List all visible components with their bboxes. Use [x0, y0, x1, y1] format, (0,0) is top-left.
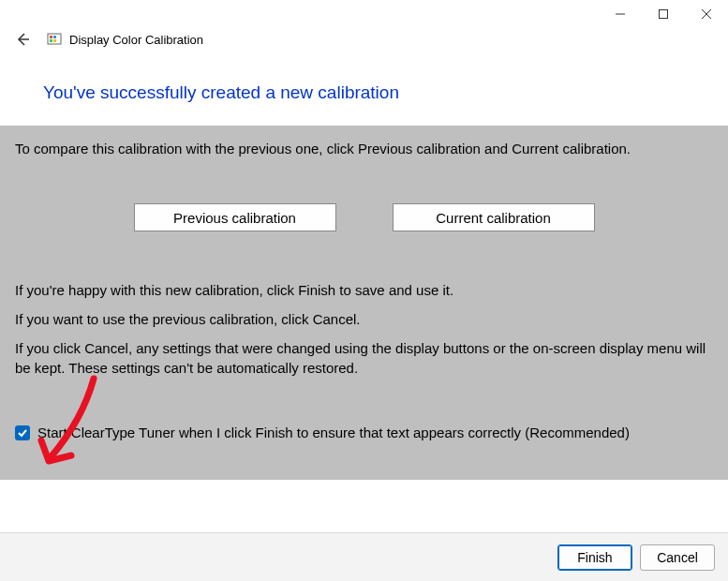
maximize-button[interactable]	[642, 0, 685, 28]
back-button[interactable]	[7, 24, 37, 54]
svg-rect-8	[50, 39, 52, 42]
cleartype-checkbox-label: Start ClearType Tuner when I click Finis…	[37, 423, 630, 442]
close-button[interactable]	[685, 0, 728, 28]
svg-rect-7	[53, 36, 56, 38]
finish-instruction: If you're happy with this new calibratio…	[15, 280, 713, 300]
finish-button[interactable]: Finish	[557, 544, 632, 571]
calibration-button-row: Previous calibration Current calibration	[15, 203, 713, 231]
compare-instruction: To compare this calibration with the pre…	[15, 139, 713, 158]
main-panel: To compare this calibration with the pre…	[0, 126, 728, 480]
svg-rect-5	[48, 34, 61, 44]
cleartype-checkbox[interactable]	[15, 425, 30, 440]
cleartype-checkbox-row: Start ClearType Tuner when I click Finis…	[15, 423, 713, 442]
svg-rect-9	[53, 39, 56, 42]
previous-calibration-button[interactable]: Previous calibration	[134, 203, 336, 231]
cancel-note: If you click Cancel, any settings that w…	[15, 338, 713, 378]
cancel-button[interactable]: Cancel	[640, 544, 715, 571]
svg-rect-1	[660, 10, 668, 19]
svg-rect-6	[50, 36, 52, 38]
app-icon	[47, 32, 62, 47]
footer: Finish Cancel	[0, 532, 728, 581]
minimize-button[interactable]	[599, 0, 642, 28]
window-controls	[599, 0, 728, 28]
content: You've successfully created a new calibr…	[0, 52, 728, 480]
app-title: Display Color Calibration	[69, 33, 203, 47]
current-calibration-button[interactable]: Current calibration	[393, 203, 595, 231]
check-icon	[17, 427, 28, 439]
cancel-instruction: If you want to use the previous calibrat…	[15, 309, 713, 329]
page-heading: You've successfully created a new calibr…	[0, 52, 728, 126]
